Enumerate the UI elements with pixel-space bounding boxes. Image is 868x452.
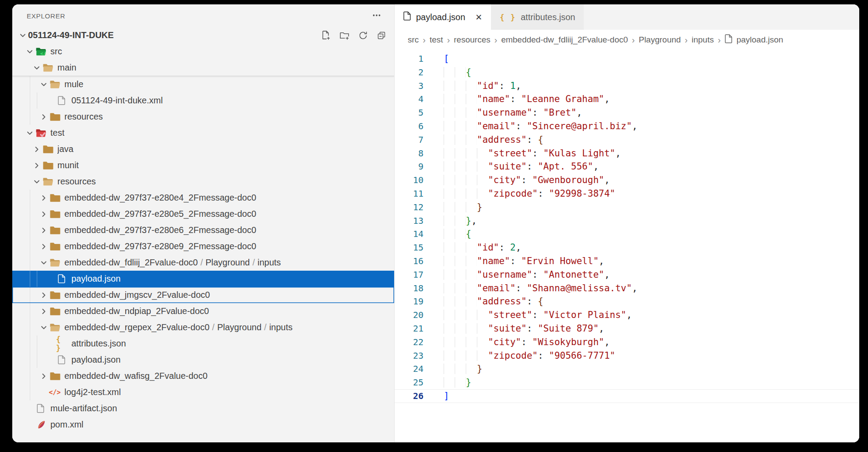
tree-item-munit[interactable]: munit [12, 157, 394, 173]
tree-item-main[interactable]: main [12, 60, 394, 76]
code-line[interactable]: 9 "suite": "Apt. 556", [395, 160, 859, 173]
chevron-right-icon[interactable] [39, 194, 49, 202]
line-number[interactable]: 21 [395, 322, 423, 335]
chevron-down-icon[interactable] [25, 48, 35, 56]
tab-payload-json[interactable]: payload.json✕ [395, 4, 491, 30]
tree-item-embedded-dw-wafisg-2fvalue-doc0[interactable]: embedded-dw_wafisg_2Fvalue-doc0 [12, 368, 394, 384]
tree-item-embedded-dw-297f37-e280e4-2fmessage-doc0[interactable]: embedded-dw_297f37-e280e4_2Fmessage-doc0 [12, 190, 394, 206]
chevron-down-icon[interactable] [39, 259, 49, 267]
tree-item-payload-json[interactable]: payload.json [12, 271, 394, 287]
code-line[interactable]: 2 { [395, 66, 859, 79]
code-line[interactable]: 4 "name": "Leanne Graham", [395, 92, 859, 106]
code-line[interactable]: 20 "street": "Victor Plains", [395, 308, 859, 322]
new-file-button[interactable] [320, 29, 332, 41]
line-number[interactable]: 2 [395, 66, 423, 79]
chevron-right-icon[interactable] [39, 372, 49, 380]
code-line[interactable]: 5 "username": "Bret", [395, 106, 859, 120]
more-actions-button[interactable] [370, 9, 383, 23]
breadcrumb-item-src[interactable]: src [408, 35, 419, 45]
code-editor[interactable]: 1[2 {3 "id": 1,4 "name": "Leanne Graham"… [395, 50, 859, 442]
code-line[interactable]: 14 { [395, 227, 859, 241]
tree-item-pom-xml[interactable]: pom.xml [12, 417, 394, 433]
tree-item-embedded-dw-jmgscv-2fvalue-doc0[interactable]: embedded-dw_jmgscv_2Fvalue-doc0 [12, 287, 394, 303]
breadcrumb-item-file[interactable]: payload.json [725, 34, 783, 46]
tree-item-embedded-dw-297f37-e280e5-2fmessage-doc0[interactable]: embedded-dw_297f37-e280e5_2Fmessage-doc0 [12, 206, 394, 222]
line-number[interactable]: 4 [395, 92, 423, 106]
code-line[interactable]: 8 "street": "Kulas Light", [395, 147, 859, 160]
tree-item-log4j2-test-xml[interactable]: </>log4j2-test.xml [12, 384, 394, 400]
new-folder-button[interactable] [339, 29, 350, 41]
code-line[interactable]: 26] [395, 389, 859, 403]
line-number[interactable]: 16 [395, 254, 423, 268]
tree-item-java[interactable]: java [12, 141, 394, 157]
code-line[interactable]: 3 "id": 1, [395, 79, 859, 93]
code-line[interactable]: 6 "email": "Sincere@april.biz", [395, 120, 859, 133]
chevron-right-icon[interactable] [39, 307, 49, 315]
code-line[interactable]: 23 "zipcode": "90566-7771" [395, 349, 859, 363]
line-number[interactable]: 15 [395, 241, 423, 254]
tree-item-resources[interactable]: resources [12, 173, 394, 190]
tree-item-embedded-dw-fdliij-2fvalue-doc0-playground-inputs[interactable]: embedded-dw_fdliij_2Fvalue-doc0/Playgrou… [12, 254, 394, 271]
code-line[interactable]: 21 "suite": "Suite 879", [395, 322, 859, 335]
line-number[interactable]: 24 [395, 362, 423, 376]
chevron-right-icon[interactable] [32, 162, 42, 170]
tree-item-embedded-dw-297f37-e280e9-2fmessage-doc0[interactable]: embedded-dw_297f37-e280e9_2Fmessage-doc0 [12, 238, 394, 254]
tree-item-embedded-dw-ndpiap-2fvalue-doc0[interactable]: embedded-dw_ndpiap_2Fvalue-doc0 [12, 303, 394, 319]
code-line[interactable]: 15 "id": 2, [395, 241, 859, 254]
tree-item-payload-json[interactable]: payload.json [12, 352, 394, 368]
code-line[interactable]: 10 "city": "Gwenborough", [395, 173, 859, 187]
line-number[interactable]: 11 [395, 187, 423, 201]
tree-item-resources[interactable]: resources [12, 109, 394, 125]
line-number[interactable]: 19 [395, 295, 423, 308]
line-number[interactable]: 7 [395, 133, 423, 147]
refresh-button[interactable] [357, 30, 369, 41]
tree-item-051124-49-int-duke-xml[interactable]: 051124-49-int-duke.xml [12, 92, 394, 109]
code-line[interactable]: 12 } [395, 201, 859, 214]
code-line[interactable]: 11 "zipcode": "92998-3874" [395, 187, 859, 201]
chevron-right-icon[interactable] [39, 291, 49, 299]
code-line[interactable]: 17 "username": "Antonette", [395, 268, 859, 282]
chevron-down-icon[interactable] [18, 32, 28, 39]
line-number[interactable]: 22 [395, 335, 423, 349]
tree-item-test[interactable]: test [12, 125, 394, 141]
line-number[interactable]: 9 [395, 160, 423, 173]
line-number[interactable]: 13 [395, 214, 423, 228]
code-line[interactable]: 16 "name": "Ervin Howell", [395, 254, 859, 268]
code-line[interactable]: 7 "address": { [395, 133, 859, 147]
tree-item-051124-49-int-duke[interactable]: 051124-49-INT-DUKE [12, 27, 394, 43]
tree-item-embedded-dw-297f37-e280e6-2fmessage-doc0[interactable]: embedded-dw_297f37-e280e6_2Fmessage-doc0 [12, 222, 394, 238]
chevron-down-icon[interactable] [39, 324, 49, 332]
breadcrumb-item-inputs[interactable]: inputs [692, 35, 714, 45]
breadcrumb-item-test[interactable]: test [430, 35, 443, 45]
close-tab-icon[interactable]: ✕ [475, 13, 482, 21]
code-line[interactable]: 18 "email": "Shanna@melissa.tv", [395, 282, 859, 295]
line-number[interactable]: 5 [395, 106, 423, 120]
chevron-right-icon[interactable] [39, 226, 49, 234]
line-number[interactable]: 10 [395, 173, 423, 187]
tree-item-mule[interactable]: mule [12, 76, 394, 92]
breadcrumb-item-embedded-dw-fdliij-2fvalue-doc0[interactable]: embedded-dw_fdliij_2Fvalue-doc0 [501, 35, 628, 45]
line-number[interactable]: 20 [395, 308, 423, 322]
line-number[interactable]: 12 [395, 201, 423, 214]
line-number[interactable]: 1 [395, 52, 423, 66]
chevron-down-icon[interactable] [25, 129, 35, 137]
line-number[interactable]: 18 [395, 282, 423, 295]
line-number[interactable]: 6 [395, 120, 423, 133]
code-line[interactable]: 19 "address": { [395, 295, 859, 308]
chevron-right-icon[interactable] [32, 145, 42, 153]
breadcrumb-item-playground[interactable]: Playground [639, 35, 681, 45]
tab-attributes-json[interactable]: { }attributes.json [491, 4, 584, 30]
chevron-down-icon[interactable] [32, 178, 42, 186]
tree-item-mule-artifact-json[interactable]: mule-artifact.json [12, 400, 394, 417]
code-line[interactable]: 25 } [395, 376, 859, 389]
line-number[interactable]: 26 [395, 389, 423, 403]
collapse-all-button[interactable] [376, 30, 387, 41]
line-number[interactable]: 3 [395, 79, 423, 93]
code-line[interactable]: 22 "city": "Wisokyburgh", [395, 335, 859, 349]
line-number[interactable]: 14 [395, 227, 423, 241]
code-line[interactable]: 1[ [395, 52, 859, 66]
tree-item-embedded-dw-rgepex-2fvalue-doc0-playground-inputs[interactable]: embedded-dw_rgepex_2Fvalue-doc0/Playgrou… [12, 319, 394, 335]
line-number[interactable]: 23 [395, 349, 423, 363]
chevron-down-icon[interactable] [39, 81, 49, 88]
code-line[interactable]: 13 }, [395, 214, 859, 228]
